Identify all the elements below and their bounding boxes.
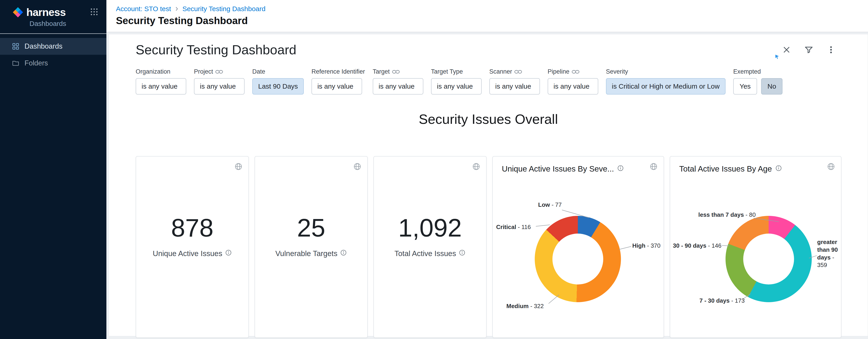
globe-icon[interactable] [472, 163, 480, 171]
link-icon [514, 69, 522, 74]
filter-label: Target [373, 68, 390, 75]
info-icon[interactable] [775, 164, 782, 173]
page-header: Account: STO test Security Testing Dashb… [106, 0, 868, 32]
age-donut-chart[interactable] [725, 216, 812, 302]
globe-icon[interactable] [827, 163, 835, 171]
stat-value: 25 [255, 215, 367, 241]
stat-value: 878 [136, 215, 248, 241]
panel-actions [781, 45, 836, 55]
donut-label-medium: Medium322 [506, 303, 544, 310]
breadcrumb-account-link[interactable]: Account: STO test [116, 5, 171, 13]
donut-label-low: Low77 [538, 201, 562, 209]
brand-block: harness Dashboards [0, 0, 106, 28]
filter-label: Project [194, 68, 213, 75]
filter-label: Date [252, 68, 265, 75]
breadcrumb: Account: STO test Security Testing Dashb… [116, 5, 868, 13]
chart-card-age: Total Active Issues By Age less than [670, 156, 841, 338]
info-icon[interactable] [617, 164, 624, 173]
filter-label: Severity [606, 68, 628, 75]
filter-severity-value[interactable]: is Critical or High or Medium or Low [606, 78, 725, 94]
tiles-row: 878 Unique Active Issues 25 Vulnerable T… [109, 156, 868, 338]
stat-label: Vulnerable Targets [275, 249, 337, 258]
filter-label: Organization [136, 68, 170, 75]
severity-donut-chart[interactable] [535, 216, 621, 302]
sidebar: harness Dashboards Dashboards [0, 0, 106, 339]
filter-project-value[interactable]: is any value [194, 78, 245, 94]
filter-organization-value[interactable]: is any value [136, 78, 186, 94]
filter-scanner: Scanner is any value [489, 68, 540, 94]
filter-label: Pipeline [548, 68, 569, 75]
chart-title: Total Active Issues By Age [679, 164, 772, 173]
stat-label: Total Active Issues [395, 249, 456, 258]
donut-label-high: High370 [632, 242, 660, 250]
chart-title: Unique Active Issues By Seve... [502, 164, 614, 173]
label-leader-line [619, 246, 631, 250]
sidebar-item-dashboards[interactable]: Dashboards [0, 38, 106, 55]
globe-icon[interactable] [650, 163, 658, 171]
mouse-cursor [775, 54, 780, 60]
chart-card-severity: Unique Active Issues By Seve... Low77 [492, 156, 664, 338]
folder-icon [12, 59, 20, 67]
sidebar-item-folders[interactable]: Folders [0, 55, 106, 72]
globe-icon[interactable] [235, 163, 243, 171]
filter-exempted-no[interactable]: No [761, 78, 782, 94]
filter-pipeline-value[interactable]: is any value [548, 78, 598, 94]
donut-label-critical: Critical116 [496, 223, 531, 231]
filter-bar: Organization is any value Project is any… [109, 68, 868, 94]
brand-subtitle: Dashboards [30, 20, 98, 28]
dashboard-panel: Security Testing Dashboard [109, 34, 868, 336]
label-leader-line [548, 295, 559, 304]
donut-label-greater-than-90-days: greater than 90 days359 [817, 238, 840, 269]
breadcrumb-current-link[interactable]: Security Testing Dashboard [182, 5, 266, 13]
donut-label-30-90-days: 30 - 90 days146 [673, 242, 721, 250]
info-icon[interactable] [225, 249, 232, 258]
filter-date-value[interactable]: Last 90 Days [252, 78, 304, 94]
filter-project: Project is any value [194, 68, 245, 94]
section-title: Security Issues Overall [109, 111, 868, 127]
filter-scanner-value[interactable]: is any value [489, 78, 540, 94]
stat-card-unique-active-issues: 878 Unique Active Issues [136, 156, 249, 338]
filter-reference-identifier: Reference Identifier is any value [311, 68, 365, 94]
filter-reference-identifier-value[interactable]: is any value [311, 78, 362, 94]
page-title: Security Testing Dashboard [116, 15, 868, 26]
filter-severity: Severity is Critical or High or Medium o… [606, 68, 725, 94]
harness-logo-icon[interactable] [12, 6, 24, 19]
sidebar-item-label: Folders [25, 59, 48, 67]
filter-icon[interactable] [804, 45, 814, 55]
link-icon [572, 69, 580, 74]
main-area: Account: STO test Security Testing Dashb… [106, 0, 868, 339]
filter-label: Scanner [489, 68, 512, 75]
sidebar-nav: Dashboards Folders [0, 38, 106, 72]
filter-date: Date Last 90 Days [252, 68, 304, 94]
filter-target-type-value[interactable]: is any value [431, 78, 482, 94]
filter-target-value[interactable]: is any value [373, 78, 423, 94]
close-icon[interactable] [781, 45, 792, 55]
apps-grid-icon[interactable] [90, 8, 98, 17]
chevron-right-icon [174, 6, 180, 12]
filter-organization: Organization is any value [136, 68, 186, 94]
filter-target-type: Target Type is any value [431, 68, 482, 94]
filter-exempted-yes[interactable]: Yes [733, 78, 757, 94]
link-icon [215, 69, 223, 74]
stat-card-vulnerable-targets: 25 Vulnerable Targets [254, 156, 368, 338]
dashboards-icon [12, 43, 20, 50]
kebab-menu-icon[interactable] [826, 45, 836, 55]
filter-label: Target Type [431, 68, 463, 75]
label-leader-line [536, 225, 550, 227]
sidebar-item-label: Dashboards [25, 42, 62, 51]
dashboard-title: Security Testing Dashboard [136, 42, 296, 57]
globe-icon[interactable] [353, 163, 362, 171]
content-area: Security Testing Dashboard [106, 32, 868, 339]
stat-value: 1,092 [374, 215, 486, 241]
filter-target: Target is any value [373, 68, 423, 94]
filter-label: Exempted [733, 68, 761, 75]
info-icon[interactable] [340, 249, 347, 258]
filter-exempted: Exempted Yes No [733, 68, 782, 94]
sidebar-divider [0, 33, 106, 34]
info-icon[interactable] [459, 249, 466, 258]
brand-name[interactable]: harness [26, 6, 66, 19]
app-root: harness Dashboards Dashboards [0, 0, 868, 339]
link-icon [392, 69, 400, 74]
donut-label-less-than-7-days: less than 7 days80 [698, 211, 756, 219]
filter-label: Reference Identifier [311, 68, 365, 75]
